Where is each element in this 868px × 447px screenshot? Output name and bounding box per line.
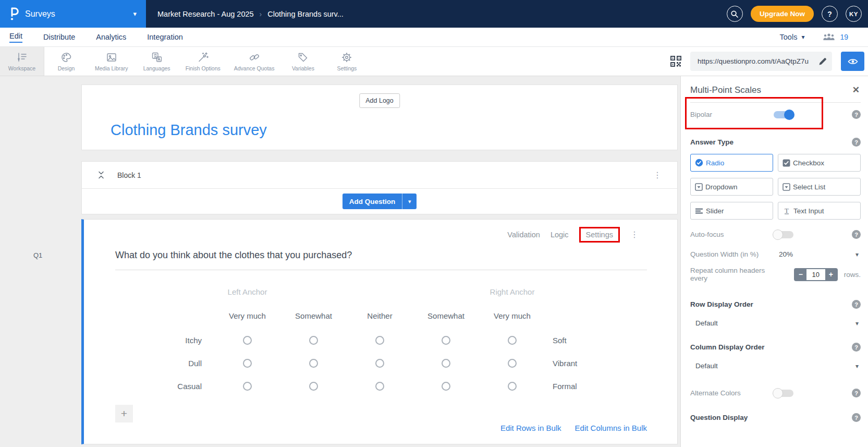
add-row-button[interactable]: + bbox=[115, 405, 133, 422]
preview-button[interactable] bbox=[841, 52, 864, 71]
help-icon[interactable]: ? bbox=[852, 138, 861, 147]
eye-icon bbox=[848, 58, 858, 65]
toolbar-right: https://questionpro.com/t/AaQtpZ7u bbox=[670, 47, 868, 76]
question-menu-kebab-icon[interactable]: ⋮ bbox=[630, 231, 639, 239]
answer-type-label: Text Input bbox=[793, 207, 824, 215]
tab-edit[interactable]: Edit bbox=[9, 32, 22, 43]
row-right-label[interactable]: Soft bbox=[545, 336, 650, 345]
row-left-label[interactable]: Dull bbox=[115, 359, 214, 368]
help-icon[interactable]: ? bbox=[852, 230, 861, 239]
question-width-label: Question Width (in %) bbox=[690, 250, 779, 258]
answer-type-select-list[interactable]: Select List bbox=[778, 178, 861, 196]
radio-button[interactable] bbox=[508, 359, 517, 368]
help-icon[interactable]: ? bbox=[852, 343, 861, 352]
collaborators[interactable]: 19 bbox=[822, 33, 848, 41]
repeat-headers-input[interactable] bbox=[806, 269, 825, 280]
minus-button[interactable]: − bbox=[795, 269, 806, 280]
tag-icon bbox=[296, 51, 310, 64]
help-icon[interactable]: ? bbox=[852, 413, 861, 422]
logic-link[interactable]: Logic bbox=[551, 231, 569, 239]
qr-code-button[interactable] bbox=[670, 56, 681, 67]
breadcrumb-folder[interactable]: Market Research - Aug 2025 bbox=[157, 10, 254, 18]
toolbar-item-languages[interactable]: Languages bbox=[135, 47, 179, 76]
radio-button[interactable] bbox=[508, 382, 517, 391]
scale-column-header[interactable]: Very much bbox=[479, 311, 545, 320]
settings-link-highlighted[interactable]: Settings bbox=[579, 227, 620, 243]
radio-button[interactable] bbox=[309, 359, 318, 368]
tab-integration[interactable]: Integration bbox=[147, 33, 183, 41]
radio-button[interactable] bbox=[442, 382, 450, 391]
question-text[interactable]: What do you think about the clothes that… bbox=[115, 250, 647, 261]
toolbar-item-advance-quotas[interactable]: Advance Quotas bbox=[227, 47, 282, 76]
scale-column-header[interactable]: Somewhat bbox=[413, 311, 479, 320]
row-right-label[interactable]: Formal bbox=[545, 382, 650, 391]
toolbar-item-workspace[interactable]: Workspace bbox=[0, 47, 44, 76]
add-question-dropdown[interactable]: ▾ bbox=[402, 194, 417, 209]
panel-header: Multi-Point Scales ✕ bbox=[690, 84, 861, 95]
scale-column-header[interactable]: Neither bbox=[347, 311, 413, 320]
row-right-label[interactable]: Vibrant bbox=[545, 359, 650, 368]
radio-button[interactable] bbox=[309, 336, 318, 345]
column-display-order-select[interactable]: Default ▾ bbox=[690, 362, 861, 370]
help-icon[interactable]: ? bbox=[852, 389, 861, 397]
tab-analytics[interactable]: Analytics bbox=[96, 33, 126, 41]
radio-button[interactable] bbox=[508, 336, 517, 345]
help-button[interactable]: ? bbox=[822, 6, 838, 22]
plus-button[interactable]: + bbox=[825, 269, 837, 280]
radio-button[interactable] bbox=[243, 382, 252, 391]
answer-type-text-input[interactable]: T Text Input bbox=[778, 202, 861, 220]
collapse-block-icon[interactable] bbox=[97, 171, 105, 179]
radio-button[interactable] bbox=[375, 336, 384, 345]
scale-column-header[interactable]: Somewhat bbox=[280, 311, 347, 320]
radio-button[interactable] bbox=[243, 336, 252, 345]
chevron-down-icon[interactable]: ▾ bbox=[855, 251, 859, 258]
toolbar-item-settings[interactable]: Settings bbox=[325, 47, 369, 76]
add-logo-button[interactable]: Add Logo bbox=[359, 93, 400, 108]
question-width-value[interactable]: 20% bbox=[779, 250, 793, 258]
toolbar-item-media-library[interactable]: Media Library bbox=[88, 47, 135, 76]
close-icon[interactable]: ✕ bbox=[852, 84, 860, 95]
validation-link[interactable]: Validation bbox=[507, 231, 540, 239]
avatar[interactable]: KY bbox=[846, 6, 862, 22]
edit-columns-in-bulk-link[interactable]: Edit Columns in Bulk bbox=[575, 424, 647, 432]
search-button[interactable] bbox=[727, 6, 743, 22]
upgrade-button[interactable]: Upgrade Now bbox=[751, 6, 814, 22]
help-icon[interactable]: ? bbox=[852, 300, 861, 309]
auto-focus-toggle[interactable] bbox=[774, 231, 793, 238]
survey-url-field[interactable]: https://questionpro.com/t/AaQtpZ7u bbox=[690, 52, 832, 71]
radio-button[interactable] bbox=[243, 359, 252, 368]
row-left-label[interactable]: Casual bbox=[115, 382, 214, 391]
answer-type-checkbox[interactable]: Checkbox bbox=[778, 154, 861, 172]
add-question-button[interactable]: Add Question bbox=[343, 194, 402, 209]
toolbar-item-finish-options[interactable]: Finish Options bbox=[179, 47, 227, 76]
radio-button[interactable] bbox=[442, 359, 450, 368]
row-left-label[interactable]: Itchy bbox=[115, 336, 214, 345]
toolbar-item-design[interactable]: Design bbox=[44, 47, 88, 76]
edit-rows-in-bulk-link[interactable]: Edit Rows in Bulk bbox=[500, 424, 561, 432]
answer-type-radio[interactable]: Radio bbox=[690, 154, 773, 172]
toolbar-item-variables[interactable]: Variables bbox=[281, 47, 325, 76]
row-display-order-select[interactable]: Default ▾ bbox=[690, 319, 861, 327]
radio-button[interactable] bbox=[309, 382, 318, 391]
left-anchor-label[interactable]: Left Anchor bbox=[214, 287, 280, 296]
tab-distribute[interactable]: Distribute bbox=[43, 33, 75, 41]
help-icon[interactable]: ? bbox=[852, 110, 861, 119]
block-menu-kebab-icon[interactable]: ⋮ bbox=[653, 171, 662, 179]
bipolar-label: Bipolar bbox=[690, 111, 774, 118]
rows-suffix-label: rows. bbox=[844, 271, 861, 279]
answer-type-slider[interactable]: Slider bbox=[690, 202, 773, 220]
bipolar-toggle[interactable] bbox=[774, 111, 793, 118]
radio-button[interactable] bbox=[442, 336, 450, 345]
edit-url-pencil-icon[interactable] bbox=[818, 56, 828, 66]
alternate-colors-toggle[interactable] bbox=[774, 390, 793, 397]
radio-button[interactable] bbox=[375, 382, 384, 391]
product-switcher[interactable]: Surveys ▾ bbox=[0, 0, 146, 28]
survey-url-text: https://questionpro.com/t/AaQtpZ7u bbox=[698, 57, 818, 65]
radio-button[interactable] bbox=[375, 359, 384, 368]
scale-column-header[interactable]: Very much bbox=[214, 311, 280, 320]
answer-type-dropdown[interactable]: Dropdown bbox=[690, 178, 773, 196]
tools-menu[interactable]: Tools ▾ bbox=[780, 33, 805, 41]
survey-title[interactable]: Clothing Brands survey bbox=[111, 122, 267, 139]
matrix-row-casual-formal: Casual Formal bbox=[115, 374, 677, 397]
right-anchor-label[interactable]: Right Anchor bbox=[479, 287, 545, 296]
